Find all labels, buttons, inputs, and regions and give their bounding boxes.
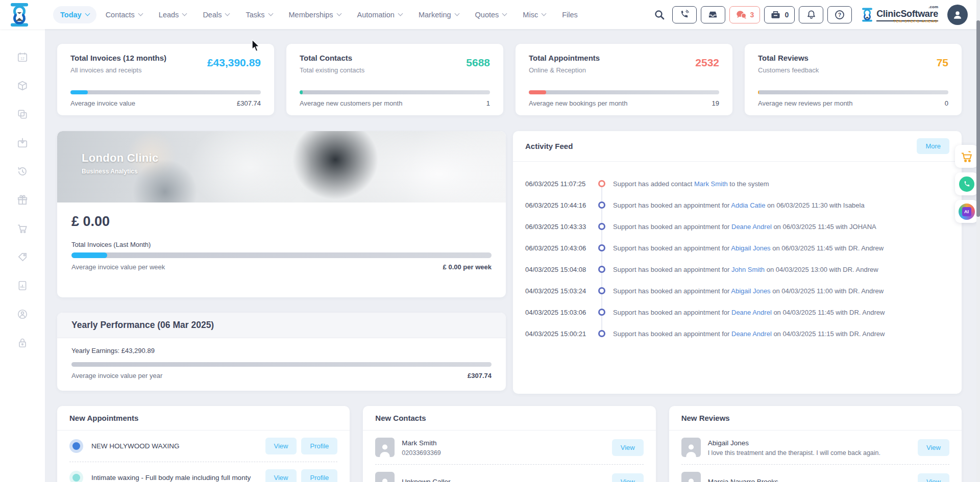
main-nav: Today Contacts Leads Deals Tasks Members… <box>53 6 585 23</box>
new-contacts-title: New Contacts <box>375 414 643 422</box>
activity-time: 04/03/2025 15:03:06 <box>525 309 591 316</box>
search-icon[interactable] <box>651 6 668 23</box>
review-text: I love this treatment and the therapist.… <box>708 449 913 456</box>
contact-link[interactable]: Deane Andrel <box>731 330 772 338</box>
view-button[interactable]: View <box>612 439 644 456</box>
profile-button[interactable]: Profile <box>301 438 337 454</box>
stat-title: Total Invoices (12 months) <box>70 54 166 62</box>
nav-item-files[interactable]: Files <box>555 6 585 23</box>
activity-more-button[interactable]: More <box>917 138 949 154</box>
gift-icon[interactable] <box>17 194 28 206</box>
review-row: Abigail JonesI love this treatment and t… <box>681 430 949 464</box>
messages-button[interactable]: 3 <box>729 6 761 23</box>
inbox-button[interactable] <box>701 6 725 23</box>
chevron-down-icon <box>225 11 230 16</box>
inbox-calendar-icon[interactable] <box>17 137 28 148</box>
price-tag-icon[interactable] <box>17 251 28 263</box>
view-button[interactable]: View <box>265 438 297 454</box>
ai-chip-label: AI <box>962 207 971 216</box>
nav-item-quotes[interactable]: Quotes <box>468 6 514 23</box>
contact-link[interactable]: John Smith <box>731 266 765 273</box>
package-icon[interactable] <box>17 80 28 91</box>
service-dot-icon <box>69 471 83 482</box>
profile-button[interactable]: Profile <box>301 469 337 482</box>
history-icon[interactable] <box>17 166 28 177</box>
activity-feed-list: 06/03/2025 11:07:25 Support has added co… <box>513 162 962 344</box>
pos-button[interactable]: 0 <box>764 6 795 23</box>
contact-link[interactable]: Abigail Jones <box>731 244 770 252</box>
copy-icon[interactable] <box>17 109 28 120</box>
chevron-down-icon <box>138 11 143 16</box>
contact-phone: 02033693369 <box>402 449 607 456</box>
stats-row: Total Invoices (12 months) All invoices … <box>57 44 962 115</box>
contact-link[interactable]: Deane Andrel <box>731 309 772 316</box>
nav-item-memberships[interactable]: Memberships <box>282 6 348 23</box>
help-button[interactable]: ? <box>827 6 852 23</box>
phone-icon <box>679 10 689 19</box>
stat-subtitle: All invoices and receipts <box>70 66 166 74</box>
stat-footer-label: Average new bookings per month <box>529 99 627 107</box>
activity-feed-title: Activity Feed <box>525 142 573 150</box>
cart-icon[interactable] <box>17 223 28 234</box>
middle-row: London Clinic Business Analytics £ 0.00 … <box>57 131 962 394</box>
stat-card-invoices: Total Invoices (12 months) All invoices … <box>57 44 274 115</box>
stat-subtitle: Customers feedback <box>758 66 819 74</box>
quick-whatsapp-button[interactable] <box>955 172 978 195</box>
brand-tld: .com <box>928 5 938 9</box>
quick-ai-button[interactable]: AI <box>955 200 978 223</box>
nav-item-today[interactable]: Today <box>53 6 96 23</box>
timeline-marker-icon <box>598 180 605 187</box>
timeline-marker-icon <box>598 309 605 316</box>
scrollbar-thumb[interactable] <box>976 20 980 217</box>
contact-link[interactable]: Abigail Jones <box>731 287 770 295</box>
user-avatar[interactable] <box>947 5 968 25</box>
nav-label: Deals <box>203 11 222 19</box>
nav-item-misc[interactable]: Misc <box>516 6 553 23</box>
cart-icon <box>960 150 973 163</box>
nav-item-contacts[interactable]: Contacts <box>99 6 150 23</box>
calendar-icon[interactable]: 12 <box>17 52 28 63</box>
quick-cart-button[interactable] <box>955 145 978 168</box>
weekly-average-value: £ 0.00 per week <box>443 263 492 271</box>
activity-time: 04/03/2025 15:03:24 <box>525 287 591 295</box>
stat-footer-label: Average new reviews per month <box>758 99 852 107</box>
avatar <box>375 472 395 482</box>
new-contacts-card: New Contacts Mark Smith02033693369 View … <box>363 406 655 482</box>
stat-footer-label: Average invoice value <box>70 99 135 107</box>
view-button[interactable]: View <box>265 469 297 482</box>
phone-button[interactable] <box>672 6 697 23</box>
notifications-button[interactable] <box>799 6 823 23</box>
nav-item-leads[interactable]: Leads <box>152 6 194 23</box>
timeline-marker-icon <box>598 330 605 337</box>
contact-link[interactable]: Addia Catie <box>731 201 765 209</box>
new-reviews-card: New Reviews Abigail JonesI love this tre… <box>669 406 962 482</box>
activity-item: 06/03/2025 11:07:25 Support has added co… <box>525 173 949 194</box>
nav-label: Automation <box>357 11 395 19</box>
report-chart-icon[interactable] <box>17 280 28 291</box>
nav-item-marketing[interactable]: Marketing <box>411 6 466 23</box>
chevron-down-icon <box>336 11 341 16</box>
contact-link[interactable]: Mark Smith <box>694 180 728 188</box>
padlock-icon[interactable] <box>17 337 28 348</box>
avatar <box>375 438 395 457</box>
clinicsoftware-logo-icon[interactable] <box>8 3 31 27</box>
stat-footer-value: £307.74 <box>237 99 261 107</box>
chevron-down-icon <box>454 11 459 16</box>
view-button[interactable]: View <box>918 473 949 482</box>
activity-time: 04/03/2025 15:04:08 <box>525 266 591 273</box>
appointment-row: Intimate waxing - Full body male includi… <box>69 462 337 482</box>
dashboard: Total Invoices (12 months) All invoices … <box>45 29 980 482</box>
nav-item-automation[interactable]: Automation <box>350 6 409 23</box>
review-row: Marcia Navarro Brooks View <box>681 464 949 482</box>
nav-item-tasks[interactable]: Tasks <box>238 6 279 23</box>
view-button[interactable]: View <box>918 439 949 456</box>
stat-footer-value: 1 <box>486 99 490 107</box>
clinicsoftware-brand[interactable]: .com ClinicSoftware TEN STEPS AHEAD <box>861 6 938 23</box>
account-privacy-icon[interactable] <box>17 309 28 320</box>
view-button[interactable]: View <box>612 473 644 482</box>
reviewer-name: Abigail Jones <box>708 439 749 447</box>
contact-link[interactable]: Deane Andrel <box>731 223 772 231</box>
yearly-progress-bar <box>71 362 492 367</box>
pos-count-badge: 0 <box>785 11 789 19</box>
nav-item-deals[interactable]: Deals <box>195 6 236 23</box>
